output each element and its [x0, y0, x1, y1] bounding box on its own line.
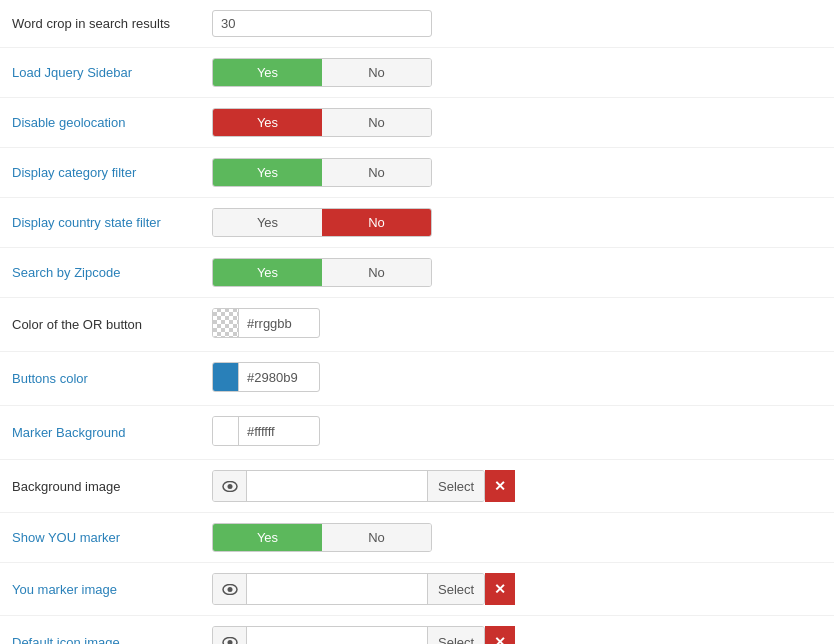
file-text-default-icon-image[interactable]: [247, 626, 427, 644]
row-display-category: Display category filter Yes No: [0, 148, 834, 198]
eye-button-default-icon-image[interactable]: [213, 626, 247, 644]
control-load-jquery: Yes No: [200, 48, 834, 98]
toggle-group-disable-geo: Yes No: [212, 108, 432, 137]
row-background-image: Background image Select ✕: [0, 460, 834, 513]
color-swatch-buttons-color[interactable]: [213, 362, 239, 392]
svg-point-3: [227, 587, 232, 592]
eye-button-you-marker-image[interactable]: [213, 573, 247, 605]
label-show-you-marker: Show YOU marker: [0, 513, 200, 563]
toggle-group-load-jquery: Yes No: [212, 58, 432, 87]
row-word-crop: Word crop in search results: [0, 0, 834, 48]
settings-table: Word crop in search results Load Jquery …: [0, 0, 834, 644]
control-display-country: Yes No: [200, 198, 834, 248]
toggle-yes-load-jquery[interactable]: Yes: [213, 59, 322, 86]
file-text-background-image[interactable]: [247, 470, 427, 502]
toggle-yes-display-category[interactable]: Yes: [213, 159, 322, 186]
row-search-zipcode: Search by Zipcode Yes No: [0, 248, 834, 298]
toggle-yes-disable-geo[interactable]: Yes: [213, 109, 322, 136]
eye-icon-default-icon-image: [222, 637, 238, 645]
color-row-or-button-color: [212, 308, 320, 338]
control-buttons-color: [200, 352, 834, 406]
label-marker-bg: Marker Background: [0, 406, 200, 460]
control-or-button-color: [200, 298, 834, 352]
file-input-container-default-icon-image: Select: [212, 626, 485, 644]
label-or-button-color: Color of the OR button: [0, 298, 200, 352]
eye-icon-background-image: [222, 481, 238, 492]
row-you-marker-image: You marker image Select ✕: [0, 563, 834, 616]
label-word-crop: Word crop in search results: [0, 0, 200, 48]
select-button-you-marker-image[interactable]: Select: [427, 573, 484, 605]
control-search-zipcode: Yes No: [200, 248, 834, 298]
file-row-default-icon-image: Select ✕: [212, 626, 515, 644]
toggle-no-load-jquery[interactable]: No: [322, 59, 431, 86]
clear-button-default-icon-image[interactable]: ✕: [485, 626, 515, 644]
toggle-yes-search-zipcode[interactable]: Yes: [213, 259, 322, 286]
toggle-group-search-zipcode: Yes No: [212, 258, 432, 287]
row-default-icon-image: Default icon image Select ✕: [0, 616, 834, 645]
toggle-no-display-category[interactable]: No: [322, 159, 431, 186]
color-row-marker-bg: [212, 416, 320, 446]
label-default-icon-image: Default icon image: [0, 616, 200, 645]
control-disable-geo: Yes No: [200, 98, 834, 148]
toggle-yes-show-you-marker[interactable]: Yes: [213, 524, 322, 551]
toggle-group-show-you-marker: Yes No: [212, 523, 432, 552]
eye-icon-you-marker-image: [222, 584, 238, 595]
toggle-group-display-country: Yes No: [212, 208, 432, 237]
color-swatch-or-button-color[interactable]: [213, 308, 239, 338]
control-display-category: Yes No: [200, 148, 834, 198]
control-word-crop: [200, 0, 834, 48]
toggle-no-disable-geo[interactable]: No: [322, 109, 431, 136]
row-display-country: Display country state filter Yes No: [0, 198, 834, 248]
label-display-country: Display country state filter: [0, 198, 200, 248]
toggle-no-display-country[interactable]: No: [322, 209, 431, 236]
toggle-group-display-category: Yes No: [212, 158, 432, 187]
control-show-you-marker: Yes No: [200, 513, 834, 563]
control-default-icon-image: Select ✕: [200, 616, 834, 645]
row-load-jquery: Load Jquery Sidebar Yes No: [0, 48, 834, 98]
file-row-background-image: Select ✕: [212, 470, 515, 502]
label-you-marker-image: You marker image: [0, 563, 200, 616]
row-show-you-marker: Show YOU marker Yes No: [0, 513, 834, 563]
file-input-container-background-image: Select: [212, 470, 485, 502]
row-buttons-color: Buttons color: [0, 352, 834, 406]
svg-point-5: [227, 640, 232, 645]
color-swatch-marker-bg[interactable]: [213, 416, 239, 446]
label-background-image: Background image: [0, 460, 200, 513]
row-marker-bg: Marker Background: [0, 406, 834, 460]
clear-button-background-image[interactable]: ✕: [485, 470, 515, 502]
file-row-you-marker-image: Select ✕: [212, 573, 515, 605]
clear-button-you-marker-image[interactable]: ✕: [485, 573, 515, 605]
control-background-image: Select ✕: [200, 460, 834, 513]
select-button-default-icon-image[interactable]: Select: [427, 626, 484, 644]
label-buttons-color: Buttons color: [0, 352, 200, 406]
text-input-word-crop[interactable]: [212, 10, 432, 37]
label-disable-geo: Disable geolocation: [0, 98, 200, 148]
label-display-category: Display category filter: [0, 148, 200, 198]
file-text-you-marker-image[interactable]: [247, 573, 427, 605]
row-disable-geo: Disable geolocation Yes No: [0, 98, 834, 148]
eye-button-background-image[interactable]: [213, 470, 247, 502]
svg-point-1: [227, 484, 232, 489]
control-you-marker-image: Select ✕: [200, 563, 834, 616]
color-input-marker-bg[interactable]: [239, 424, 319, 439]
file-input-container-you-marker-image: Select: [212, 573, 485, 605]
color-input-or-button-color[interactable]: [239, 316, 319, 331]
label-search-zipcode: Search by Zipcode: [0, 248, 200, 298]
control-marker-bg: [200, 406, 834, 460]
color-input-buttons-color[interactable]: [239, 370, 319, 385]
row-or-button-color: Color of the OR button: [0, 298, 834, 352]
toggle-yes-display-country[interactable]: Yes: [213, 209, 322, 236]
toggle-no-search-zipcode[interactable]: No: [322, 259, 431, 286]
color-row-buttons-color: [212, 362, 320, 392]
toggle-no-show-you-marker[interactable]: No: [322, 524, 431, 551]
label-load-jquery: Load Jquery Sidebar: [0, 48, 200, 98]
select-button-background-image[interactable]: Select: [427, 470, 484, 502]
